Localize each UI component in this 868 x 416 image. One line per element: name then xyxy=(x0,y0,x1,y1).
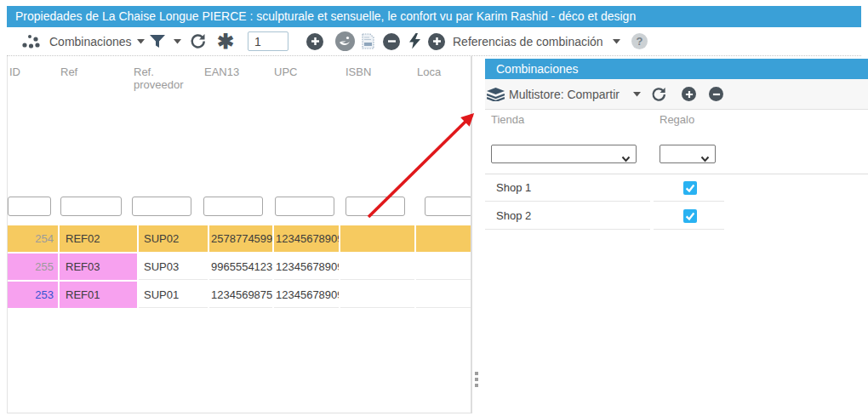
cell-location xyxy=(416,254,471,280)
combinations-menu-label[interactable]: Combinaciones xyxy=(49,27,132,55)
filter-input-id[interactable] xyxy=(8,197,51,216)
filter-input-supplier-ref[interactable] xyxy=(132,197,191,216)
gift-column-label: Regalo xyxy=(660,113,694,126)
shop-row: Shop 2 xyxy=(485,202,724,230)
store-filter-select[interactable] xyxy=(491,145,637,163)
references-caret-icon[interactable] xyxy=(613,27,620,55)
resize-grip[interactable] xyxy=(475,372,479,387)
column-header-ref[interactable]: Ref xyxy=(60,66,77,78)
remove-combination-icon[interactable] xyxy=(383,27,400,55)
panel-toolbar: Multistore: Compartir xyxy=(485,79,868,110)
help-icon[interactable]: ? xyxy=(631,27,648,55)
filter-input-location[interactable] xyxy=(425,197,471,216)
generate-icon[interactable] xyxy=(409,27,420,55)
cell-upc: 12345678909 xyxy=(274,225,339,252)
references-menu-label[interactable]: Referencias de combinación xyxy=(453,27,603,55)
panel-remove-icon[interactable] xyxy=(709,79,723,109)
filter-input-ref[interactable] xyxy=(60,197,122,216)
cell-id-link[interactable]: 253 xyxy=(8,282,58,308)
combinations-icon[interactable] xyxy=(22,27,43,55)
panel-splitter xyxy=(471,56,472,413)
table-row[interactable]: 254 REF02 SUP02 25787745998 12345678909 xyxy=(8,225,471,252)
cell-id: 254 xyxy=(8,225,58,252)
refresh-icon[interactable] xyxy=(190,27,207,55)
cell-id: 255 xyxy=(8,254,58,280)
column-header-supplier-ref[interactable]: Ref. proveedor xyxy=(134,66,195,91)
gift-checkbox[interactable] xyxy=(683,181,697,195)
multistore-layers-icon[interactable] xyxy=(487,79,505,109)
window-title: Propiedades de La Chaise Longue PIERCE :… xyxy=(15,9,636,23)
table-row[interactable]: 253 REF01 SUP01 12345698754 12345678909 xyxy=(8,282,471,308)
filter-caret-icon[interactable] xyxy=(174,27,181,55)
add-combination-icon[interactable] xyxy=(306,27,323,55)
shop-name: Shop 2 xyxy=(485,202,650,230)
cell-ean13: 99655541236 xyxy=(209,254,272,280)
cell-supplier-ref: SUP01 xyxy=(139,282,208,308)
panel-refresh-icon[interactable] xyxy=(651,79,667,109)
expand-attributes-icon[interactable]: ✱ xyxy=(217,27,234,55)
cell-location xyxy=(416,225,471,252)
table-row[interactable]: 255 REF03 SUP03 99655541236 12345678909 xyxy=(8,254,471,280)
add-reference-icon[interactable] xyxy=(428,27,445,55)
filter-input-ean13[interactable] xyxy=(203,197,263,216)
column-header-location[interactable]: Loca xyxy=(417,66,441,78)
window-titlebar: Propiedades de La Chaise Longue PIERCE :… xyxy=(7,6,861,27)
combinations-table: ID Ref Ref. proveedor EAN13 UPC ISBN Loc… xyxy=(7,56,471,413)
prestashop-logo-icon[interactable] xyxy=(334,27,356,55)
panel-title: Combinaciones xyxy=(485,59,868,79)
cell-isbn xyxy=(340,282,414,308)
filter-input-isbn[interactable] xyxy=(345,197,405,216)
cell-location xyxy=(416,282,471,308)
filter-icon[interactable] xyxy=(150,27,165,55)
shop-name: Shop 1 xyxy=(485,174,650,202)
column-header-upc[interactable]: UPC xyxy=(274,66,297,78)
multistore-mode-label[interactable]: Multistore: Compartir xyxy=(509,79,620,109)
combinations-panel: Combinaciones Multistore: Compartir xyxy=(485,59,868,237)
combinations-caret-icon[interactable] xyxy=(137,27,145,55)
cell-ref: REF02 xyxy=(60,225,137,252)
multistore-caret-icon[interactable] xyxy=(633,79,641,109)
column-header-isbn[interactable]: ISBN xyxy=(345,66,371,78)
cell-supplier-ref: SUP02 xyxy=(139,225,208,252)
cell-supplier-ref: SUP03 xyxy=(139,254,208,280)
column-header-ean13[interactable]: EAN13 xyxy=(204,66,239,78)
main-toolbar: Combinaciones ✱ xyxy=(7,27,861,56)
cell-upc: 12345678909 xyxy=(274,254,339,280)
cell-upc: 12345678909 xyxy=(274,282,339,308)
panel-add-icon[interactable] xyxy=(682,79,696,109)
gift-checkbox[interactable] xyxy=(683,209,697,223)
cell-ean13: 12345698754 xyxy=(209,282,272,308)
cell-ref: REF01 xyxy=(60,282,137,308)
cell-isbn xyxy=(340,225,414,252)
filter-input-upc[interactable] xyxy=(275,197,334,216)
store-column-label: Tienda xyxy=(491,113,524,126)
document-icon[interactable] xyxy=(362,27,374,55)
cell-ref: REF03 xyxy=(60,254,137,280)
column-header-id[interactable]: ID xyxy=(9,66,20,78)
shop-row: Shop 1 xyxy=(485,174,724,202)
screen: Propiedades de La Chaise Longue PIERCE :… xyxy=(0,0,868,416)
combination-count-input[interactable] xyxy=(248,31,288,51)
cell-ean13: 25787745998 xyxy=(209,225,272,252)
cell-isbn xyxy=(340,254,414,280)
gift-filter-select[interactable] xyxy=(660,145,716,163)
